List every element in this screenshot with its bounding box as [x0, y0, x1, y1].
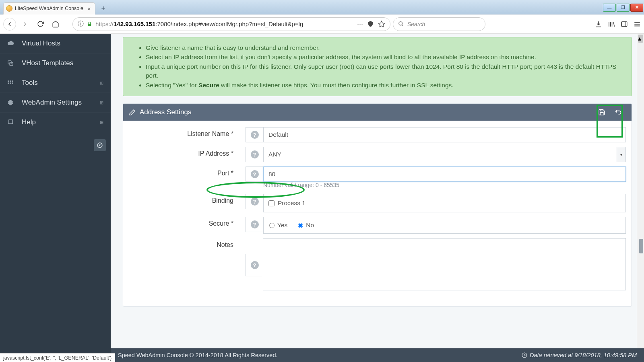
- svg-rect-18: [8, 82, 9, 84]
- chevron-down-icon: ▾: [617, 147, 625, 162]
- notes-textarea[interactable]: [263, 238, 626, 290]
- tip-item: Selecting "Yes" for Secure will make thi…: [146, 81, 623, 90]
- help-icon: ?: [251, 131, 259, 139]
- footer-timestamp: Data retrieved at 9/18/2018, 10:49:58 PM: [530, 352, 637, 358]
- svg-rect-0: [88, 24, 91, 26]
- label-notes: Notes: [129, 238, 246, 249]
- tip-item: Give listener a name that is easy to und…: [146, 43, 623, 52]
- form: Listener Name * ? IP Address * ? ANY ▾: [123, 121, 632, 306]
- svg-point-2: [399, 22, 402, 25]
- help-icon: ?: [251, 261, 259, 269]
- help-icon: ?: [251, 197, 259, 206]
- listener-name-input[interactable]: [263, 127, 626, 142]
- label-port: Port *: [129, 167, 246, 177]
- svg-marker-1: [379, 21, 385, 27]
- copy-icon: [7, 60, 15, 66]
- help-binding[interactable]: ?: [246, 194, 263, 209]
- sidebar-collapse-button[interactable]: [94, 139, 106, 151]
- window-titlebar: LiteSpeed WebAdmin Console × + — ❐ ✕: [0, 0, 644, 14]
- sidebar-label: WebAdmin Settings: [22, 99, 82, 107]
- save-button[interactable]: [594, 104, 610, 121]
- panel-header: Address Settings: [123, 104, 632, 121]
- browser-tab[interactable]: LiteSpeed WebAdmin Console ×: [3, 2, 95, 14]
- secure-radio-group: Yes No: [263, 217, 626, 234]
- help-secure[interactable]: ?: [246, 217, 263, 232]
- port-hint: Number valid range: 0 - 65535: [263, 182, 626, 188]
- library-icon[interactable]: [608, 21, 615, 28]
- tip-item: Input a unique port number on this IP fo…: [146, 62, 623, 80]
- help-port[interactable]: ?: [246, 167, 263, 182]
- tip-item: Select an IP address from the list, if y…: [146, 53, 623, 62]
- main-content: Give listener a name that is easy to und…: [111, 34, 644, 362]
- sidebar-item-webadmin-settings[interactable]: WebAdmin Settings ⊞: [0, 93, 111, 113]
- svg-rect-19: [10, 82, 11, 84]
- expand-icon: ⊞: [100, 80, 103, 86]
- binding-option-label: Process 1: [278, 200, 305, 207]
- nav-forward-button[interactable]: [19, 18, 31, 31]
- port-input[interactable]: [263, 167, 626, 182]
- help-notes[interactable]: ?: [246, 254, 263, 276]
- sidebar-toggle-icon[interactable]: [621, 21, 628, 28]
- shield-icon[interactable]: [367, 21, 374, 27]
- sidebar-label: Virtual Hosts: [22, 39, 60, 47]
- label-ip-address: IP Address *: [129, 147, 246, 157]
- nav-back-button[interactable]: [3, 18, 16, 31]
- expand-icon: ⊞: [100, 100, 103, 105]
- label-listener-name: Listener Name *: [129, 127, 246, 138]
- secure-no-radio[interactable]: No: [298, 222, 314, 229]
- sidebar-item-vhost-templates[interactable]: VHost Templates: [0, 53, 111, 73]
- address-settings-panel: Address Settings Listener Name * ?: [123, 103, 632, 306]
- select-value: ANY: [268, 151, 281, 158]
- tab-title: LiteSpeed WebAdmin Console: [15, 6, 83, 11]
- scrollbar-up-arrow[interactable]: ▴: [638, 35, 643, 43]
- edit-icon: [129, 109, 136, 116]
- help-icon: ?: [251, 170, 259, 178]
- menu-icon[interactable]: [634, 21, 641, 28]
- secure-yes-radio[interactable]: Yes: [269, 222, 287, 229]
- grid-icon: [7, 80, 15, 86]
- sidebar-item-virtual-hosts[interactable]: Virtual Hosts: [0, 34, 111, 53]
- bookmark-star-icon[interactable]: [378, 21, 385, 28]
- sidebar-label: Tools: [22, 79, 38, 87]
- nav-home-button[interactable]: [49, 18, 62, 31]
- viewport-scrollbar[interactable]: ▴: [637, 34, 644, 348]
- info-icon[interactable]: ⓘ: [78, 20, 84, 28]
- svg-rect-16: [10, 80, 11, 82]
- sidebar-item-help[interactable]: Help ⊞: [0, 113, 111, 132]
- label-secure: Secure *: [129, 217, 246, 227]
- svg-rect-15: [8, 80, 9, 82]
- binding-checkbox-process-1[interactable]: [268, 200, 275, 206]
- browser-search[interactable]: Search: [393, 17, 485, 31]
- cloud-icon: [7, 40, 15, 47]
- footer-copyright: Speed WebAdmin Console © 2014-2018 All R…: [118, 352, 278, 358]
- browser-navbar: ⓘ https://142.93.165.151:7080/index.php#…: [0, 14, 644, 34]
- scrollbar-thumb[interactable]: [639, 239, 643, 253]
- help-ip-address[interactable]: ?: [246, 147, 263, 162]
- back-button[interactable]: [610, 104, 626, 121]
- svg-rect-20: [12, 82, 13, 84]
- sidebar-item-tools[interactable]: Tools ⊞: [0, 73, 111, 93]
- page-actions-icon[interactable]: ⋯: [357, 21, 363, 28]
- lock-icon: [87, 21, 92, 27]
- address-bar[interactable]: ⓘ https://142.93.165.151:7080/index.php#…: [72, 17, 390, 31]
- tab-close-icon[interactable]: ×: [87, 5, 91, 12]
- book-icon: [7, 119, 15, 125]
- gear-icon: [7, 99, 15, 106]
- binding-field: Process 1: [263, 194, 626, 212]
- window-maximize-button[interactable]: ❐: [617, 4, 630, 12]
- tab-favicon-icon: [6, 5, 12, 12]
- sidebar-label: Help: [22, 118, 36, 126]
- panel-title: Address Settings: [140, 108, 192, 116]
- window-close-button[interactable]: ✕: [630, 4, 643, 12]
- ip-address-select[interactable]: ANY ▾: [263, 147, 626, 162]
- new-tab-button[interactable]: +: [98, 4, 109, 14]
- help-icon: ?: [251, 150, 259, 158]
- nav-reload-button[interactable]: [34, 18, 47, 31]
- window-minimize-button[interactable]: —: [603, 4, 616, 12]
- expand-icon: ⊞: [100, 120, 103, 125]
- help-listener-name[interactable]: ?: [246, 127, 263, 142]
- downloads-icon[interactable]: [595, 21, 602, 28]
- app-footer: Speed WebAdmin Console © 2014-2018 All R…: [111, 348, 644, 362]
- label-binding: Binding: [129, 194, 246, 204]
- info-tips-box: Give listener a name that is easy to und…: [123, 37, 632, 96]
